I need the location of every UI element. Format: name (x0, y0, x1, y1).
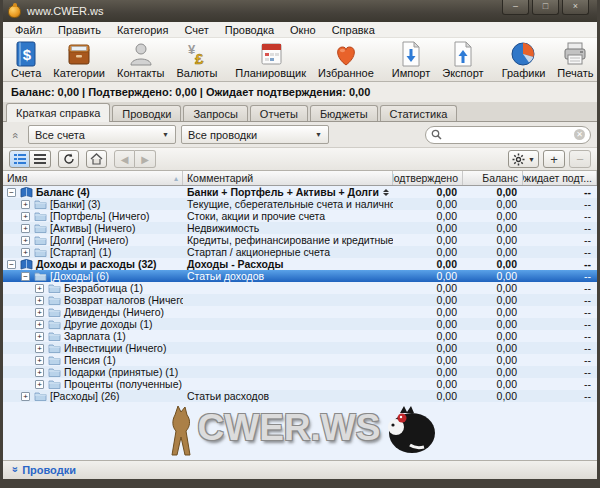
transactions-filter-dropdown[interactable]: Все проводки ▼ (181, 125, 329, 144)
table-row[interactable]: −Доходы и расходы (32)Доходы - Расходы0,… (3, 258, 597, 270)
table-row[interactable]: −[Доходы] (6)Статьи доходов0,000,00-- (3, 270, 597, 282)
balance-cell: 0,00 (463, 270, 523, 282)
tab-Статистика[interactable]: Статистика (380, 105, 458, 122)
column-header-2[interactable]: Подтверждено (393, 171, 463, 185)
transactions-panel-bar[interactable]: « Проводки (3, 460, 597, 479)
table-row[interactable]: +Другие доходы (1)0,000,00-- (3, 318, 597, 330)
export-icon (449, 40, 477, 67)
column-header-4[interactable]: Ожидает подт... (523, 171, 597, 185)
toolbar-button-contacts[interactable]: Контакты (111, 39, 171, 81)
confirmed-cell: 0,00 (393, 366, 463, 378)
expander-icon[interactable]: + (35, 368, 44, 377)
menu-item-Проводка[interactable]: Проводка (217, 22, 282, 38)
expander-icon[interactable]: + (35, 344, 44, 353)
view-toolbar: ◀ ▶ ▼ + − (3, 148, 597, 171)
balance-cell: 0,00 (463, 306, 523, 318)
balance-summary: Баланс: 0,00 | Подтверждено: 0,00 | Ожид… (3, 82, 597, 103)
toolbar-button-currencies[interactable]: ¥£Валюты (170, 39, 223, 81)
table-row[interactable]: +Возврат налогов (Ничего)0,000,00-- (3, 294, 597, 306)
balance-summary-text: Баланс: 0,00 | Подтверждено: 0,00 | Ожид… (11, 86, 370, 98)
toolbar-button-export[interactable]: Экспорт (436, 39, 489, 81)
tab-Запросы[interactable]: Запросы (183, 105, 247, 122)
expander-icon[interactable]: + (35, 284, 44, 293)
table-row[interactable]: +[Банки] (3)Текущие, сберегательные счет… (3, 198, 597, 210)
table-row[interactable]: +Инвестиции (Ничего)0,000,00-- (3, 342, 597, 354)
toolbar-button-favorites[interactable]: Избранное (312, 39, 380, 81)
menu-item-Счет[interactable]: Счет (176, 22, 216, 38)
tab-Отчеты[interactable]: Отчеты (250, 105, 308, 122)
expander-icon[interactable]: + (35, 320, 44, 329)
back-button[interactable]: ◀ (114, 150, 135, 168)
menu-item-Категория[interactable]: Категория (109, 22, 176, 38)
menu-item-Окно[interactable]: Окно (282, 22, 324, 38)
table-row[interactable]: +[Долги] (Ничего)Кредиты, рефинансирован… (3, 234, 597, 246)
table-row[interactable]: +[Портфель] (Ничего)Стоки, акции и прочи… (3, 210, 597, 222)
forward-button[interactable]: ▶ (135, 150, 156, 168)
expander-icon[interactable]: + (35, 296, 44, 305)
tab-Краткая справка[interactable]: Краткая справка (6, 103, 110, 122)
options-menu-button[interactable]: ▼ (508, 150, 539, 168)
comment-label: Стартап / акционерные счета (187, 246, 330, 258)
column-header-3[interactable]: Баланс (463, 171, 523, 185)
accounts-filter-dropdown[interactable]: Все счета ▼ (28, 125, 176, 144)
expander-icon[interactable]: + (21, 224, 30, 233)
table-row[interactable]: +Безработица (1)0,000,00-- (3, 282, 597, 294)
toolbar-button-planner[interactable]: Планировщик (229, 39, 312, 81)
search-box[interactable]: ✕ (425, 126, 591, 144)
tab-Проводки[interactable]: Проводки (112, 105, 181, 122)
expander-icon[interactable]: + (35, 356, 44, 365)
app-icon (8, 5, 21, 18)
tab-Бюджеты[interactable]: Бюджеты (310, 105, 378, 122)
comment-cell: Недвижимость (183, 222, 393, 234)
list-view-button[interactable] (30, 150, 51, 168)
row-name-label: [Активы] (Ничего) (50, 222, 135, 234)
add-button[interactable]: + (543, 150, 565, 168)
confirmed-cell: 0,00 (393, 222, 463, 234)
expander-icon[interactable]: − (7, 260, 16, 269)
toolbar-button-print[interactable]: Печать (551, 39, 599, 81)
minimize-button[interactable]: – (502, 0, 529, 15)
expander-icon[interactable]: + (21, 248, 30, 257)
toolbar-button-charts[interactable]: Графики (496, 39, 552, 81)
refresh-button[interactable] (58, 150, 79, 168)
table-row[interactable]: +[Стартап] (1)Стартап / акционерные счет… (3, 246, 597, 258)
table-row[interactable]: +Зарплата (1)0,000,00-- (3, 330, 597, 342)
spinner-icon[interactable] (383, 189, 389, 196)
home-button[interactable] (86, 150, 107, 168)
expander-icon[interactable]: + (35, 308, 44, 317)
menu-item-Справка[interactable]: Справка (324, 22, 383, 38)
expander-icon[interactable]: − (7, 188, 16, 197)
tree-view-button[interactable] (9, 150, 30, 168)
toolbar-button-categories[interactable]: Категории (47, 39, 111, 81)
toolbar-button-import[interactable]: Импорт (386, 39, 436, 81)
toolbar-button-accounts[interactable]: $Счета (5, 39, 47, 81)
table-row[interactable]: +Пенсия (1)0,000,00-- (3, 354, 597, 366)
collapse-filters-button[interactable]: « (9, 129, 23, 141)
menu-item-Править[interactable]: Править (50, 22, 109, 38)
table-row[interactable]: +[Активы] (Ничего)Недвижимость0,000,00-- (3, 222, 597, 234)
confirmed-cell: 0,00 (393, 342, 463, 354)
menu-item-Файл[interactable]: Файл (7, 22, 50, 38)
row-name-label: [Доходы] (6) (50, 270, 109, 282)
search-input[interactable] (442, 129, 574, 141)
name-cell: +Другие доходы (1) (3, 318, 183, 330)
expander-icon[interactable]: + (21, 200, 30, 209)
remove-button[interactable]: − (569, 150, 591, 168)
column-header-1[interactable]: Комментарий (183, 171, 393, 185)
table-row[interactable]: +Проценты (полученные) (1)0,000,00-- (3, 378, 597, 390)
expander-icon[interactable]: + (21, 236, 30, 245)
maximize-button[interactable]: □ (532, 0, 559, 15)
close-button[interactable]: × (562, 0, 589, 15)
table-row[interactable]: −Баланс (4)Банки + Портфель + Активы + Д… (3, 186, 597, 198)
table-row[interactable]: +Дивиденды (Ничего)0,000,00-- (3, 306, 597, 318)
toolbar-button-label: Графики (502, 67, 546, 80)
expander-icon[interactable]: − (21, 272, 30, 281)
clear-search-icon[interactable]: ✕ (574, 129, 585, 140)
expander-icon[interactable]: + (35, 332, 44, 341)
expander-icon[interactable]: + (35, 380, 44, 389)
balance-cell: 0,00 (463, 342, 523, 354)
expander-icon[interactable]: + (21, 212, 30, 221)
table-row[interactable]: +Подарки (принятые) (1)0,000,00-- (3, 366, 597, 378)
tree-view-icon (14, 154, 26, 164)
column-header-0[interactable]: Имя▴ (3, 171, 183, 185)
